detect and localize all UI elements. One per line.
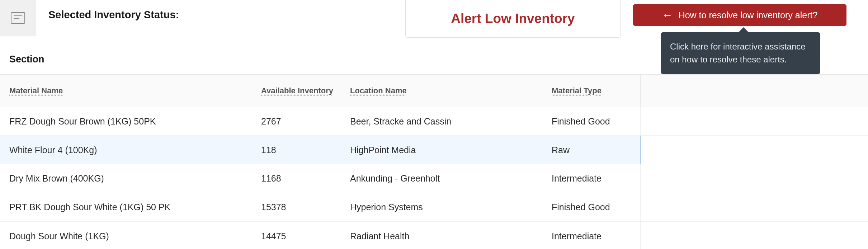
cell-material-name: White Flour 4 (100Kg): [0, 145, 255, 155]
alert-box: Alert Low Inventory: [405, 0, 621, 38]
table-header: Material Name Available Inventory Locati…: [0, 74, 868, 107]
table-row[interactable]: FRZ Dough Sour Brown (1KG) 50PK2767Beer,…: [0, 107, 868, 136]
top-header: Selected Inventory Status: Alert Low Inv…: [0, 0, 868, 39]
inventory-status-label: Selected Inventory Status:: [48, 9, 179, 21]
table-row[interactable]: White Flour 4 (100Kg)118HighPoint MediaR…: [0, 136, 868, 164]
cell-material-type: Intermediate: [545, 173, 640, 184]
cell-material-name: Dough Sour White (1KG): [0, 231, 255, 241]
document-icon: [11, 12, 25, 24]
cell-location-name: HighPoint Media: [341, 145, 545, 155]
document-icon-block: [0, 0, 36, 36]
cell-material-type: Finished Good: [545, 116, 640, 127]
cell-available-inventory: 14475: [255, 231, 341, 241]
col-header-available-inventory[interactable]: Available Inventory: [261, 86, 333, 95]
cell-spacer: [640, 222, 868, 249]
col-header-location-name[interactable]: Location Name: [350, 86, 407, 95]
col-header-material-name[interactable]: Material Name: [9, 86, 63, 95]
cell-spacer: [640, 136, 868, 164]
col-header-material-type[interactable]: Material Type: [552, 86, 602, 95]
cell-location-name: Beer, Stracke and Cassin: [341, 116, 545, 127]
table-row[interactable]: Dough Sour White (1KG)14475Radiant Healt…: [0, 222, 868, 249]
tooltip-text: Click here for interactive assistance on…: [670, 42, 805, 64]
cell-available-inventory: 2767: [255, 116, 341, 127]
resolve-tooltip: Click here for interactive assistance on…: [661, 32, 820, 74]
col-header-spacer: [640, 75, 868, 107]
cell-material-name: Dry Mix Brown (400KG): [0, 173, 255, 184]
cell-spacer: [640, 193, 868, 221]
cell-spacer: [640, 107, 868, 136]
cell-available-inventory: 118: [255, 145, 341, 155]
cell-available-inventory: 1168: [255, 173, 341, 184]
cell-material-name: PRT BK Dough Sour White (1KG) 50 PK: [0, 202, 255, 212]
table-row[interactable]: PRT BK Dough Sour White (1KG) 50 PK15378…: [0, 193, 868, 222]
cell-material-type: Raw: [545, 145, 640, 155]
cell-material-type: Finished Good: [545, 202, 640, 212]
cell-location-name: Hyperion Systems: [341, 202, 545, 212]
table-body: FRZ Dough Sour Brown (1KG) 50PK2767Beer,…: [0, 107, 868, 249]
cell-material-type: Intermediate: [545, 231, 640, 241]
cell-available-inventory: 15378: [255, 202, 341, 212]
resolve-alert-button[interactable]: ← How to resolve low inventory alert?: [633, 4, 846, 26]
arrow-left-icon: ←: [662, 10, 673, 20]
cell-material-name: FRZ Dough Sour Brown (1KG) 50PK: [0, 116, 255, 127]
cell-spacer: [640, 164, 868, 193]
cell-location-name: Ankunding - Greenholt: [341, 173, 545, 184]
inventory-table: Material Name Available Inventory Locati…: [0, 74, 868, 249]
resolve-button-label: How to resolve low inventory alert?: [679, 10, 818, 20]
table-row[interactable]: Dry Mix Brown (400KG)1168Ankunding - Gre…: [0, 164, 868, 193]
alert-text: Alert Low Inventory: [451, 11, 575, 26]
cell-location-name: Radiant Health: [341, 231, 545, 241]
